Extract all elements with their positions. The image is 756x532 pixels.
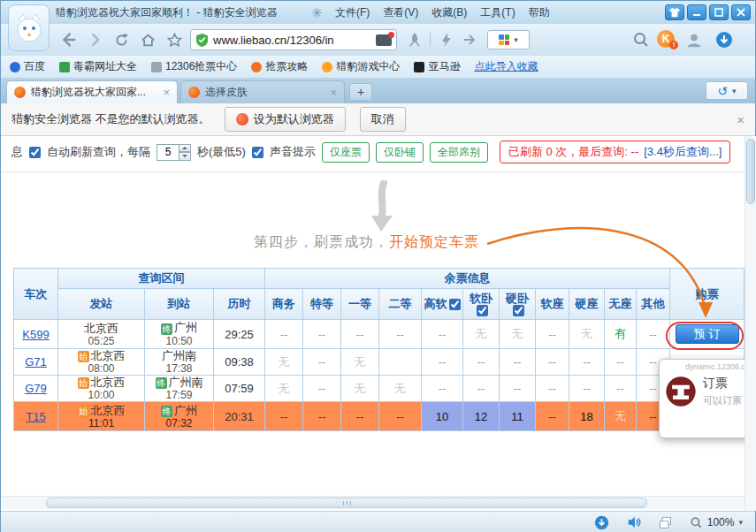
seat-cell: 18 [569,402,605,431]
tab-skin-picker[interactable]: 选择皮肤 × [180,80,345,103]
bookmark-amazon[interactable]: 亚马逊 [414,59,460,74]
go-arrow-icon[interactable] [461,31,478,49]
seat-cell: -- [379,402,422,431]
snapshot-icon[interactable] [376,34,392,46]
speaker-icon[interactable] [626,514,642,530]
menu-tools[interactable]: 工具(T) [480,5,515,20]
account-person-icon[interactable] [685,31,703,49]
start-tag: 始 [78,351,89,362]
col-depart-station: 发站 [58,289,145,320]
menu-view[interactable]: 查看(V) [383,5,418,20]
apps-grid-icon [499,34,509,45]
col-second: 二等 [379,289,422,320]
titlebar: 猎豹浏览器祝大家回家顺利！ - 猎豹安全浏览器 文件(F) 查看(V) 收藏(B… [1,1,755,24]
stepper-up-icon[interactable] [179,144,191,153]
bookmark-ticket-guide[interactable]: 抢票攻略 [251,59,308,74]
col-arrive-station: 到站 [145,289,214,320]
undo-icon: ↺ [717,84,728,98]
menu-file[interactable]: 文件(F) [335,5,370,20]
col-premium: 特等 [303,289,341,320]
close-button[interactable] [731,4,751,20]
sleeper-only-button[interactable]: 仅卧铺 [376,142,424,163]
bookmarks-bar: 百度 毒霸网址大全 12306抢票中心 抢票攻略 猎豹游戏中心 亚马逊 点此导入… [1,56,755,78]
vertical-scrollbar[interactable] [745,136,756,511]
bookmark-favicon [251,62,262,72]
tab-close-icon[interactable]: × [330,86,337,99]
auto-refresh-checkbox[interactable] [29,147,41,158]
train-link[interactable]: G79 [25,382,47,395]
seat-cell: -- [422,349,463,376]
seat-cell: 无 [265,349,303,376]
sound-alert-checkbox[interactable] [252,147,263,158]
tab-active[interactable]: 猎豹浏览器祝大家回家... × [6,80,178,103]
bookmark-game-center[interactable]: 猎豹游戏中心 [322,59,400,74]
step-down-arrow [366,180,398,233]
set-default-browser-button[interactable]: 设为默认浏览器 [225,107,346,132]
tab-close-icon[interactable]: × [163,86,170,99]
tutorial-curved-arrow [478,214,744,333]
chevron-down-icon: ▾ [514,35,518,44]
bookmark-baidu[interactable]: 百度 [10,59,45,74]
menu-help[interactable]: 帮助 [529,5,550,20]
import-favorites-link[interactable]: 点此导入收藏 [474,59,538,74]
skin-button[interactable] [665,4,684,20]
close-notification-icon[interactable]: × [737,112,745,127]
col-deluxe-soft: 高软 [422,289,463,320]
status-bar: 100% ▾ [1,511,755,532]
url-text: www.liebao.cn/12306/in [213,34,371,47]
home-button[interactable] [137,29,158,50]
deluxe-soft-checkbox[interactable] [449,299,461,310]
download-manager-icon[interactable] [715,31,733,49]
new-tab-button[interactable]: + [349,83,372,101]
stepper-down-icon[interactable] [179,152,191,161]
seat-cell: -- [536,376,569,402]
seat-cell: -- [265,402,303,431]
security-shield-icon[interactable] [195,33,209,48]
apps-dropdown[interactable]: ▾ [487,30,530,49]
browser-logo[interactable] [8,4,50,51]
maximize-button[interactable] [709,4,729,20]
refresh-button[interactable] [111,29,132,50]
address-bar[interactable]: www.liebao.cn/12306/in [190,29,397,50]
horizontal-scrollbar-thumb[interactable] [46,498,647,508]
interval-input[interactable] [157,144,179,161]
auto-refresh-bar: 息 自动刷新查询，每隔 秒(最低5) 声音提示 仅座票 仅卧铺 全部席别 已刷新… [11,141,730,163]
zoom-level-text: 100% [707,516,735,528]
interval-stepper [157,144,191,161]
vertical-scrollbar-thumb[interactable] [746,139,755,204]
notification-message: 猎豹安全浏览器 不是您的默认浏览器。 [11,111,210,127]
info-label: 息 [11,144,23,160]
train-link[interactable]: K599 [22,328,49,341]
bookmark-favicon [414,62,424,72]
search-icon[interactable] [632,31,650,49]
col-first: 一等 [341,289,379,320]
reopen-closed-tab-button[interactable]: ↺▾ [706,81,748,100]
all-classes-button[interactable]: 全部席别 [430,142,488,163]
bookmark-12306-center[interactable]: 12306抢票中心 [151,59,237,74]
seat-cell: -- [605,349,637,376]
kingsoft-badge-icon[interactable]: K [657,30,675,48]
train-link[interactable]: G71 [25,355,47,369]
back-button[interactable] [57,29,79,50]
menu-favorites[interactable]: 收藏(B) [431,5,467,20]
cancel-button[interactable]: 取消 [360,107,406,132]
favorites-star-button[interactable] [164,29,185,50]
train-link[interactable]: T15 [26,410,45,423]
minimize-button[interactable] [687,4,706,20]
horizontal-scrollbar[interactable] [2,496,745,509]
zoom-control[interactable]: 100% ▾ [690,516,743,529]
china-railway-logo-icon [665,376,697,407]
seat-cell-available: 10 [422,402,463,431]
bookmark-duba[interactable]: 毒霸网址大全 [59,59,137,74]
speed-bolt-icon[interactable] [438,31,455,49]
page-content: 息 自动刷新查询，每隔 秒(最低5) 声音提示 仅座票 仅卧铺 全部席别 已刷新… [1,136,745,511]
cascade-windows-icon[interactable] [658,514,674,530]
chevron-down-icon[interactable]: ▾ [738,518,743,527]
ticket-rush-rocket-icon[interactable] [406,31,424,49]
cheetah-icon [11,11,47,46]
seat-only-button[interactable]: 仅座票 [322,142,370,163]
chevron-down-icon[interactable]: ▾ [732,87,737,95]
seat-cell: -- [569,376,605,402]
forward-button[interactable] [84,29,105,50]
download-status-icon[interactable] [594,514,610,530]
